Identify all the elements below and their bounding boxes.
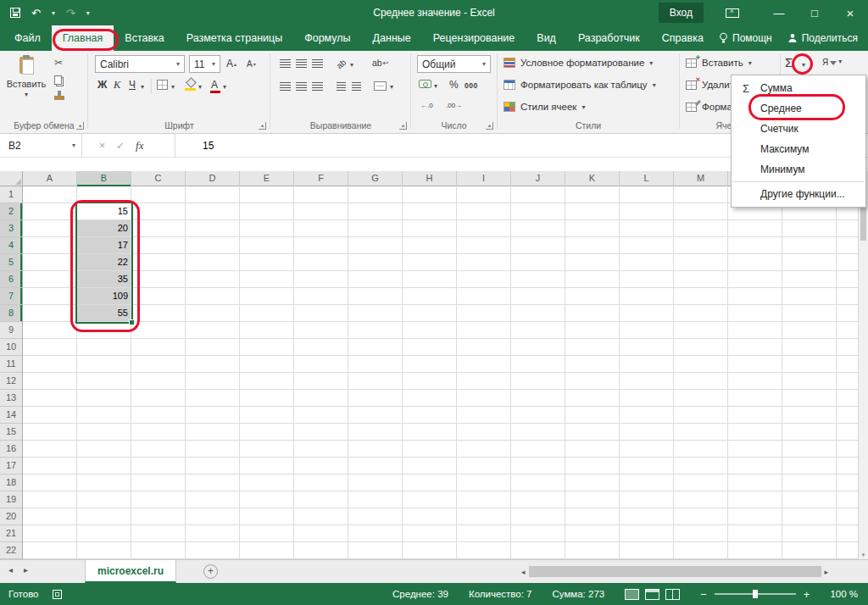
h-scroll-left-icon[interactable]: ◂ bbox=[521, 568, 526, 576]
cell-K3[interactable] bbox=[565, 220, 620, 237]
cell-B7[interactable]: 109 bbox=[77, 288, 131, 305]
cell-A19[interactable] bbox=[23, 491, 77, 508]
cell-J13[interactable] bbox=[511, 390, 565, 407]
cell-G18[interactable] bbox=[348, 475, 403, 491]
cell-D11[interactable] bbox=[186, 356, 240, 373]
cell-O17[interactable] bbox=[782, 458, 837, 475]
font-size-select[interactable]: 11 ▾ bbox=[189, 55, 220, 73]
row-header-5[interactable]: 5 bbox=[0, 254, 22, 271]
cell-A13[interactable] bbox=[23, 390, 77, 407]
cell-N21[interactable] bbox=[728, 525, 782, 542]
cell-L3[interactable] bbox=[620, 220, 674, 237]
cell-O9[interactable] bbox=[782, 322, 837, 339]
add-sheet-button[interactable]: + bbox=[203, 564, 218, 579]
align-middle-icon[interactable] bbox=[296, 59, 307, 68]
cell-C20[interactable] bbox=[131, 508, 186, 525]
cell-N8[interactable] bbox=[728, 305, 782, 322]
cell-L8[interactable] bbox=[620, 305, 674, 322]
cell-K4[interactable] bbox=[565, 237, 620, 254]
cell-E18[interactable] bbox=[240, 475, 294, 491]
cell-M5[interactable] bbox=[674, 254, 728, 271]
fill-color-dropdown-icon[interactable]: ▾ bbox=[198, 83, 202, 91]
cut-button[interactable]: ✂ bbox=[54, 57, 63, 69]
cell-M15[interactable] bbox=[674, 424, 728, 441]
cell-H16[interactable] bbox=[403, 441, 457, 458]
cell-K22[interactable] bbox=[565, 542, 620, 559]
cell-A10[interactable] bbox=[23, 339, 77, 356]
cell-J11[interactable] bbox=[511, 356, 565, 373]
cell-I1[interactable] bbox=[457, 186, 511, 203]
align-bottom-icon[interactable] bbox=[312, 59, 323, 68]
ribbon-display-options-icon[interactable] bbox=[726, 8, 739, 18]
cell-O6[interactable] bbox=[782, 271, 837, 288]
percent-style-button[interactable]: % bbox=[449, 79, 459, 91]
cell-N18[interactable] bbox=[728, 475, 782, 491]
cell-G11[interactable] bbox=[348, 356, 403, 373]
cell-J1[interactable] bbox=[511, 186, 565, 203]
cell-H1[interactable] bbox=[403, 186, 457, 203]
cell-P22[interactable] bbox=[837, 542, 858, 559]
cell-D18[interactable] bbox=[186, 475, 240, 491]
row-header-11[interactable]: 11 bbox=[0, 356, 22, 373]
cell-F1[interactable] bbox=[294, 186, 348, 203]
cell-J12[interactable] bbox=[511, 373, 565, 390]
font-dialog-launcher-icon[interactable] bbox=[259, 122, 266, 130]
cell-C4[interactable] bbox=[131, 237, 186, 254]
cell-H13[interactable] bbox=[403, 390, 457, 407]
cell-H7[interactable] bbox=[403, 288, 457, 305]
macro-record-icon[interactable] bbox=[53, 590, 62, 599]
cell-K1[interactable] bbox=[565, 186, 620, 203]
increase-indent-icon[interactable] bbox=[352, 82, 361, 91]
cell-C7[interactable] bbox=[131, 288, 186, 305]
cell-K10[interactable] bbox=[565, 339, 620, 356]
cell-O20[interactable] bbox=[782, 508, 837, 525]
cell-P15[interactable] bbox=[837, 424, 858, 441]
cell-G4[interactable] bbox=[348, 237, 403, 254]
cell-B14[interactable] bbox=[77, 407, 131, 424]
cell-B13[interactable] bbox=[77, 390, 131, 407]
cell-L13[interactable] bbox=[620, 390, 674, 407]
merge-dropdown-icon[interactable]: ▾ bbox=[390, 83, 393, 91]
cell-G9[interactable] bbox=[348, 322, 403, 339]
cell-L15[interactable] bbox=[620, 424, 674, 441]
cell-B3[interactable]: 20 bbox=[77, 220, 131, 237]
row-header-18[interactable]: 18 bbox=[0, 475, 22, 491]
cell-G12[interactable] bbox=[348, 373, 403, 390]
cell-L17[interactable] bbox=[620, 458, 674, 475]
number-format-select[interactable]: Общий ▾ bbox=[417, 55, 491, 73]
row-header-1[interactable]: 1 bbox=[0, 186, 22, 203]
cell-F15[interactable] bbox=[294, 424, 348, 441]
cell-E2[interactable] bbox=[240, 203, 294, 220]
cell-O4[interactable] bbox=[782, 237, 837, 254]
cell-L11[interactable] bbox=[620, 356, 674, 373]
cell-B17[interactable] bbox=[77, 458, 131, 475]
cell-P7[interactable] bbox=[837, 288, 858, 305]
page-break-view-icon[interactable] bbox=[665, 589, 680, 600]
cell-N16[interactable] bbox=[728, 441, 782, 458]
cell-O8[interactable] bbox=[782, 305, 837, 322]
row-header-12[interactable]: 12 bbox=[0, 373, 22, 390]
vertical-scrollbar[interactable]: ▲ ▼ bbox=[858, 171, 868, 559]
row-header-16[interactable]: 16 bbox=[0, 441, 22, 458]
assistant-label[interactable]: Помощн bbox=[732, 32, 772, 44]
cell-J14[interactable] bbox=[511, 407, 565, 424]
cell-L10[interactable] bbox=[620, 339, 674, 356]
horizontal-scrollbar[interactable]: ◂ ▸ bbox=[521, 563, 828, 580]
borders-button[interactable] bbox=[157, 80, 168, 90]
cell-K17[interactable] bbox=[565, 458, 620, 475]
cell-D20[interactable] bbox=[186, 508, 240, 525]
accounting-format-button[interactable] bbox=[419, 80, 431, 88]
row-header-13[interactable]: 13 bbox=[0, 390, 22, 407]
cell-H19[interactable] bbox=[403, 491, 457, 508]
cell-G6[interactable] bbox=[348, 271, 403, 288]
row-header-19[interactable]: 19 bbox=[0, 491, 22, 508]
qat-customize-icon[interactable]: ▾ bbox=[86, 9, 90, 17]
zoom-level-label[interactable]: 100 % bbox=[830, 589, 858, 599]
cell-F21[interactable] bbox=[294, 525, 348, 542]
horizontal-scroll-thumb[interactable] bbox=[529, 566, 821, 577]
cell-D13[interactable] bbox=[186, 390, 240, 407]
autosum-menu-item-more-functions[interactable]: Другие функции... bbox=[732, 184, 865, 204]
clipboard-dialog-launcher-icon[interactable] bbox=[76, 122, 84, 130]
enter-icon[interactable]: ✓ bbox=[116, 140, 125, 152]
cell-L5[interactable] bbox=[620, 254, 674, 271]
